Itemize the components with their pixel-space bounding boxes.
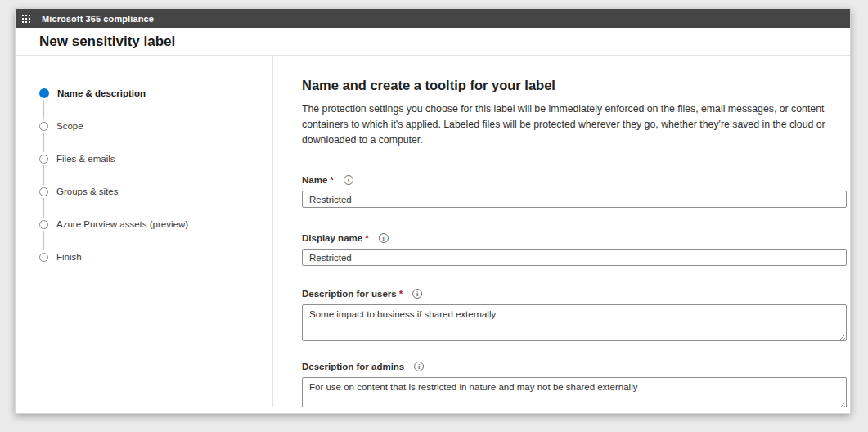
field-name: Name * i (302, 174, 847, 208)
page-header: New sensitivity label (16, 28, 850, 56)
step-label: Azure Purview assets (preview) (56, 219, 188, 229)
content-area: Name & description Scope Files & emails … (16, 56, 850, 407)
step-label: Name & description (57, 88, 146, 98)
name-input[interactable] (302, 191, 847, 208)
step-circle-icon (39, 187, 48, 196)
topbar: Microsoft 365 compliance (16, 9, 850, 28)
description-users-label: Description for users (302, 289, 397, 299)
form-intro-text: The protection settings you choose for t… (302, 101, 857, 148)
info-icon[interactable]: i (412, 289, 422, 299)
window-footer-edge (16, 407, 850, 413)
info-icon[interactable]: i (379, 233, 389, 243)
stepper-step-finish[interactable]: Finish (39, 251, 82, 263)
info-icon[interactable]: i (344, 175, 353, 185)
stepper-step-azure-purview[interactable]: Azure Purview assets (preview) (39, 218, 188, 230)
step-circle-icon (39, 253, 48, 262)
step-label: Scope (56, 121, 83, 131)
stepper-connector (43, 133, 44, 152)
wizard-stepper: Name & description Scope Files & emails … (16, 56, 273, 407)
step-active-circle-icon (39, 88, 49, 98)
description-admins-label: Description for admins (302, 362, 404, 371)
display-name-label: Display name (302, 233, 362, 243)
step-label: Files & emails (56, 154, 115, 164)
topbar-title: Microsoft 365 compliance (42, 14, 154, 24)
stepper-connector (43, 198, 44, 218)
step-circle-icon (39, 155, 48, 164)
required-asterisk: * (399, 289, 403, 299)
field-description-admins: Description for admins i For use on cont… (302, 361, 847, 409)
stepper-connector (43, 165, 44, 185)
app-window: Microsoft 365 compliance New sensitivity… (15, 8, 851, 414)
form-title: Name and create a tooltip for your label (302, 78, 555, 93)
description-users-textarea[interactable]: Some impact to business if shared extern… (302, 304, 847, 341)
field-display-name: Display name * i (302, 232, 847, 266)
name-label: Name (302, 175, 327, 185)
app-launcher-waffle-icon[interactable] (22, 15, 30, 23)
step-circle-icon (39, 122, 48, 131)
step-circle-icon (39, 220, 48, 229)
field-description-users: Description for users * i Some impact to… (302, 288, 847, 341)
required-asterisk: * (365, 233, 368, 243)
page-title: New sensitivity label (39, 34, 175, 50)
form-pane: Name and create a tooltip for your label… (274, 56, 850, 407)
step-label: Groups & sites (56, 187, 118, 196)
stepper-step-scope[interactable]: Scope (39, 120, 83, 132)
stepper-step-files-emails[interactable]: Files & emails (39, 153, 115, 164)
description-admins-textarea[interactable]: For use on content that is restricted in… (302, 377, 847, 409)
stepper-connector (43, 231, 44, 250)
stepper-step-name-description[interactable]: Name & description (39, 88, 146, 99)
info-icon[interactable]: i (414, 362, 424, 371)
stepper-step-groups-sites[interactable]: Groups & sites (39, 186, 118, 197)
required-asterisk: * (330, 175, 333, 185)
step-label: Finish (56, 252, 82, 262)
stepper-connector (43, 100, 44, 119)
display-name-input[interactable] (302, 249, 847, 266)
